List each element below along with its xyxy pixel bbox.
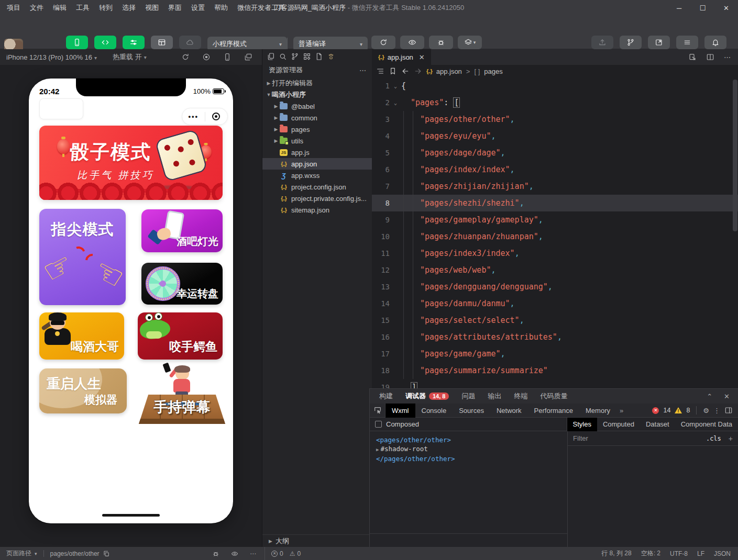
bookmark-icon[interactable] [389,67,397,75]
tree-item-app.json[interactable]: {..}app.json [262,158,372,170]
nav-back-icon[interactable] [401,67,410,75]
tree-item-app.js[interactable]: JSapp.js [262,147,372,158]
breadcrumb-node[interactable]: pages [484,68,502,75]
menu-item-7[interactable]: 界面 [163,3,186,13]
page-path-control[interactable]: 页面路径▾ pages/other/other [6,547,110,560]
style-tab-dataset[interactable]: Dataset [640,418,675,431]
devtools-tab-memory[interactable]: Memory [579,404,616,418]
tree-item-pages[interactable]: ▶pages [262,124,372,135]
code-line-2[interactable]: 2⌄"pages": [ [372,94,738,111]
code-line-11[interactable]: 11"pages/index3/index", [372,245,738,262]
tree-item-sitemap.json[interactable]: {..}sitemap.json [262,204,372,216]
editor-more-icon[interactable]: ⋯ [724,53,731,61]
device-frame-icon[interactable] [223,53,232,61]
code-line-7[interactable]: 7"pages/zhijian/zhijian", [372,178,738,195]
collapse-panel-icon[interactable]: ⌃ [707,393,712,400]
debug-tab-代码质量[interactable]: 代码质量 [540,391,567,401]
style-tab-component-data[interactable]: Component Data [675,418,738,431]
devtools-tab-network[interactable]: Network [490,404,528,418]
code-line-10[interactable]: 10"pages/zhuanpan/zhuanpan", [372,228,738,245]
tree-item-project.config.json[interactable]: {..}project.config.json [262,181,372,193]
source-control-icon[interactable] [290,52,299,61]
code-line-5[interactable]: 5"pages/dage/dage", [372,144,738,161]
vconsole-bug-icon[interactable] [212,550,219,557]
close-miniprogram-icon[interactable] [205,113,228,120]
editor-scrollbar[interactable] [733,80,737,231]
debug-tab-问题[interactable]: 问题 [461,391,475,401]
open-editors-section[interactable]: ▶打开的编辑器 [262,77,372,89]
outline-list-icon[interactable] [376,67,384,75]
breadcrumb-file[interactable]: app.json [436,68,462,75]
statusbar-seg-4[interactable]: JSON [714,550,731,557]
tile-lucky-wheel[interactable]: 幸运转盘 [141,263,223,305]
debug-tab-构建[interactable]: 构建 [379,391,393,401]
devtools-tab-performance[interactable]: Performance [528,404,579,418]
project-root-section[interactable]: ▼喝酒小程序 [262,89,372,100]
detach-window-icon[interactable] [244,53,252,61]
devtools-tab-console[interactable]: Console [415,404,453,418]
sim-more-icon[interactable]: ⋯ [250,550,256,557]
egret-paw-icon[interactable] [326,52,335,61]
menu-item-8[interactable]: 设置 [186,3,210,13]
menu-item-3[interactable]: 工具 [71,3,94,13]
code-editor[interactable]: 1⌄{2⌄"pages": [3"pages/other/other",4"pa… [372,77,738,388]
menu-item-6[interactable]: 视图 [140,3,163,13]
explorer-more-icon[interactable]: ⋯ [359,66,367,74]
extensions-icon[interactable] [302,52,311,61]
devtools-overflow-icon[interactable]: » [616,407,626,415]
code-line-6[interactable]: 6"pages/index/index", [372,161,738,178]
devtools-tab-wxml[interactable]: Wxml [385,404,415,418]
menu-item-0[interactable]: 项目 [2,3,25,13]
restart-icon[interactable] [181,53,190,61]
devtools-settings-icon[interactable]: ⚙ [703,407,709,415]
more-menu-icon[interactable]: ••• [182,113,205,120]
tree-item-utils[interactable]: ▶utils [262,135,372,147]
code-line-14[interactable]: 14"pages/danmu/danmu", [372,295,738,312]
screenshot-record-icon[interactable] [202,53,211,61]
tab-app-json[interactable]: {..} app.json ✕ [372,49,431,65]
menu-item-9[interactable]: 帮助 [210,3,233,13]
menu-item-1[interactable]: 文件 [25,3,48,13]
tree-item-@babel[interactable]: ▶@babel [262,100,372,112]
outline-section[interactable]: ▶大纲 [262,534,372,547]
npm-file-icon[interactable] [314,52,323,61]
element-tree[interactable]: <pages/other/other> ▶#shadow-root </page… [370,431,568,547]
statusbar-seg-0[interactable]: 行 8, 列 28 [601,549,631,558]
tile-drinking-bro[interactable]: 喝酒大哥 [39,312,124,360]
hot-reload-toggle[interactable]: 热重载 开▾ [113,52,147,62]
tile-fingertip-mode[interactable]: 指尖模式 ☞ ☞ [39,209,126,305]
dock-side-icon[interactable] [724,406,733,415]
code-line-4[interactable]: 4"pages/eyu/eyu", [372,128,738,144]
tree-item-app.wxss[interactable]: Ʒapp.wxss [262,170,372,181]
debug-tab-调试器[interactable]: 调试器14, 8 [405,391,449,401]
code-line-16[interactable]: 16"pages/attributes/attributes", [372,329,738,345]
style-tab-computed[interactable]: Computed [597,418,640,431]
inspect-element-icon[interactable] [370,404,385,418]
code-line-15[interactable]: 15"pages/select/select", [372,312,738,329]
code-line-18[interactable]: 18"pages/summarize/summarize" [372,362,738,379]
preview-eye-icon[interactable] [231,550,238,557]
tree-item-project.private.config.js...[interactable]: {..}project.private.config.js... [262,193,372,204]
tile-bar-light[interactable]: 酒吧灯光 [141,209,223,252]
composed-checkbox[interactable] [375,421,382,428]
wechat-capsule[interactable]: ••• [182,108,228,125]
tile-handheld-danmu[interactable]: 手持弹幕 [139,365,225,433]
statusbar-seg-1[interactable]: 空格: 2 [641,549,660,558]
code-line-19[interactable]: 19], [372,379,738,388]
code-line-13[interactable]: 13"pages/dengguang/dengguang", [372,278,738,295]
banner-dice-mode[interactable]: 骰子模式 比手气 拼技巧 [39,126,223,200]
open-preview-icon[interactable] [688,53,697,61]
debug-tab-终端[interactable]: 终端 [514,391,527,401]
maximize-button[interactable]: ☐ [691,0,714,16]
code-line-17[interactable]: 17"pages/game/game", [372,345,738,362]
style-filter-input[interactable]: Filter [573,434,588,442]
warning-count-icon[interactable] [675,407,682,413]
new-style-rule-button[interactable]: .cls [706,435,721,442]
close-tab-icon[interactable]: ✕ [419,53,425,61]
device-select[interactable]: iPhone 12/13 (Pro) 100% 16▾ [6,53,97,61]
menu-item-10[interactable]: 微信开发者工具 [233,3,290,13]
tile-restart-life-simulator[interactable]: 重启人生 模拟器 [39,368,127,413]
code-line-3[interactable]: 3"pages/other/other", [372,111,738,128]
code-line-8[interactable]: 8"pages/shezhi/shezhi", [372,195,738,211]
menu-item-5[interactable]: 选择 [117,3,140,13]
